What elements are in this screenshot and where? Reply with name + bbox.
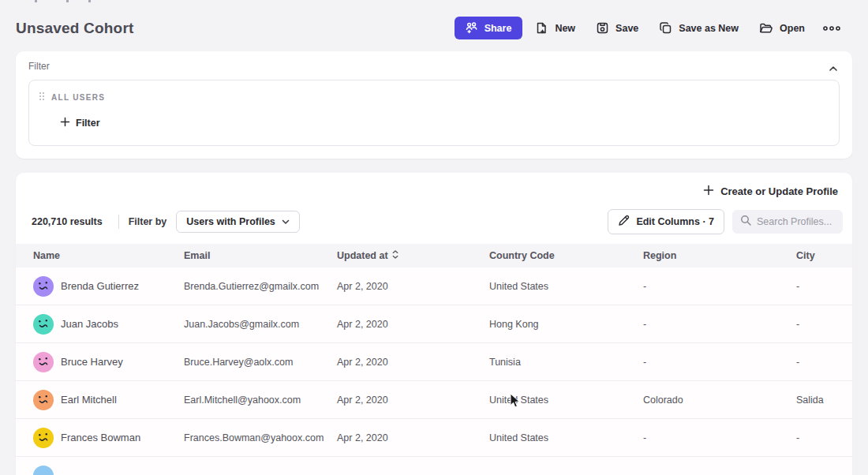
avatar	[33, 314, 54, 335]
name-cell: Bruce Harvey	[33, 352, 184, 372]
name-cell: Earl Mitchell	[33, 390, 184, 410]
column-header-label: Region	[643, 250, 676, 261]
updated-at-cell: Apr 2, 2020	[337, 432, 489, 443]
avatar	[33, 352, 54, 372]
country-code-cell: United States	[489, 395, 643, 406]
save-button-label: Save	[615, 23, 638, 34]
profile-name: Frances Bowman	[61, 432, 140, 443]
profile-type-dropdown-value: Users with Profiles	[186, 216, 275, 227]
table-row[interactable]: Frances BowmanFrances.Bowman@yahoox.comA…	[16, 419, 852, 457]
chevron-down-icon	[282, 216, 290, 227]
divider	[118, 215, 119, 229]
table-row[interactable]: Brenda GutierrezBrenda.Gutierrez@gmailx.…	[16, 267, 852, 305]
header-actions: Share New Save	[455, 16, 846, 40]
edit-columns-button[interactable]: Edit Columns · 7	[608, 209, 724, 234]
profile-type-dropdown[interactable]: Users with Profiles	[176, 211, 300, 233]
column-header-country-code[interactable]: Country Code	[489, 250, 643, 261]
plus-icon	[703, 185, 714, 198]
save-as-new-button-label: Save as New	[679, 23, 739, 34]
email-cell: Earl.Mitchell@yahoox.com	[184, 395, 337, 406]
city-cell: -	[796, 432, 852, 443]
column-header-city[interactable]: City	[796, 250, 852, 261]
create-or-update-profile-label: Create or Update Profile	[720, 185, 838, 197]
plus-icon	[60, 117, 70, 129]
profiles-toolbar: 220,710 results Filter by Users with Pro…	[16, 198, 852, 244]
filter-group-label: ALL USERS	[51, 93, 105, 102]
share-button-label: Share	[485, 23, 512, 34]
country-code-cell: United States	[489, 281, 643, 292]
email-cell: Bruce.Harvey@aolx.com	[184, 357, 337, 368]
open-button[interactable]: Open	[751, 17, 813, 40]
email-cell: Brenda.Gutierrez@gmailx.com	[184, 281, 337, 292]
sort-icon	[392, 250, 398, 261]
table-row[interactable]: Earl MitchellEarl.Mitchell@yahoox.comApr…	[16, 381, 852, 419]
drag-handle-icon[interactable]	[39, 90, 45, 104]
column-header-label: Country Code	[489, 250, 555, 261]
clipped-text-artifact	[35, 0, 37, 2]
edit-columns-label: Edit Columns · 7	[636, 216, 714, 227]
save-as-new-button[interactable]: Save as New	[651, 16, 746, 40]
doodle-face-icon	[33, 276, 54, 297]
updated-at-cell: Apr 2, 2020	[337, 319, 489, 330]
avatar	[33, 466, 54, 475]
ellipsis-icon	[822, 25, 841, 32]
search-icon	[740, 215, 751, 229]
name-cell: Frances Bowman	[33, 428, 184, 448]
doodle-face-icon	[33, 352, 54, 372]
name-cell: Juan Jacobs	[33, 314, 184, 335]
table-body: Brenda GutierrezBrenda.Gutierrez@gmailx.…	[16, 267, 852, 475]
name-cell: Brenda Gutierrez	[33, 276, 184, 297]
create-or-update-profile-button[interactable]: Create or Update Profile	[703, 185, 838, 198]
email-cell: Juan.Jacobs@gmailx.com	[184, 319, 337, 330]
city-cell: -	[796, 319, 852, 330]
column-header-region[interactable]: Region	[643, 250, 796, 261]
collapse-filter-button[interactable]	[825, 59, 841, 77]
share-users-icon	[466, 22, 478, 34]
filter-by-label: Filter by	[129, 216, 167, 227]
name-cell	[33, 466, 184, 475]
region-cell: -	[643, 432, 796, 443]
add-filter-button[interactable]: Filter	[60, 117, 100, 129]
city-cell: -	[796, 281, 852, 292]
filter-panel: Filter ALL USERS Filter	[16, 51, 852, 159]
column-header-email[interactable]: Email	[184, 250, 337, 261]
updated-at-cell: Apr 2, 2020	[337, 357, 489, 368]
clipped-text-artifact	[66, 0, 69, 2]
region-cell: -	[643, 357, 796, 368]
new-document-icon	[535, 21, 548, 35]
avatar	[33, 390, 54, 410]
city-cell: Salida	[796, 395, 852, 406]
column-header-label: Email	[184, 250, 210, 261]
table-row[interactable]: Bruce HarveyBruce.Harvey@aolx.comApr 2, …	[16, 343, 852, 381]
avatar	[33, 276, 54, 297]
profile-name: Bruce Harvey	[61, 356, 123, 368]
copy-icon	[659, 21, 672, 35]
region-cell: -	[643, 319, 796, 330]
pencil-icon	[618, 215, 630, 229]
clipped-text-artifact	[88, 0, 91, 2]
share-button[interactable]: Share	[455, 17, 523, 39]
folder-open-icon	[759, 22, 773, 35]
new-button[interactable]: New	[527, 16, 583, 40]
more-options-button[interactable]	[817, 20, 846, 37]
new-button-label: New	[555, 23, 575, 34]
doodle-face-icon	[33, 314, 54, 335]
country-code-cell: United States	[489, 432, 643, 443]
region-cell: Colorado	[643, 395, 796, 406]
column-header-label: Updated at	[337, 250, 388, 261]
save-button[interactable]: Save	[588, 16, 646, 40]
table-row[interactable]: Juan JacobsJuan.Jacobs@gmailx.comApr 2, …	[16, 305, 852, 343]
column-header-name[interactable]: Name	[33, 250, 184, 261]
page-header: Unsaved Cohort Share New	[0, 0, 868, 51]
filter-panel-label: Filter	[28, 61, 840, 72]
column-header-updated-at[interactable]: Updated at	[337, 250, 489, 261]
country-code-cell: Hong Kong	[489, 319, 643, 330]
search-profiles-input[interactable]	[757, 216, 835, 227]
add-filter-label: Filter	[76, 118, 100, 129]
updated-at-cell: Apr 2, 2020	[337, 395, 489, 406]
table-row-partial[interactable]	[16, 457, 852, 475]
column-header-label: City	[796, 250, 815, 261]
save-icon	[596, 21, 609, 35]
search-profiles	[732, 210, 843, 234]
doodle-face-icon	[33, 390, 54, 410]
